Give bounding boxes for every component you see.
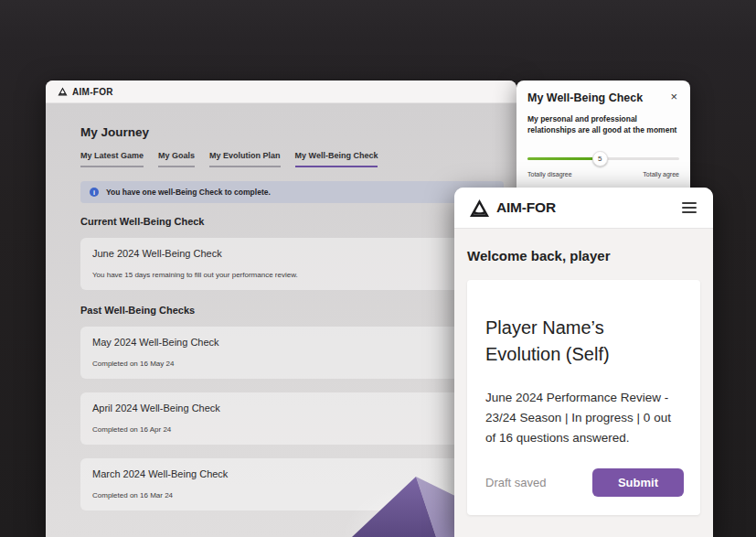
past-check-card-may[interactable]: May 2024 Well-Being Check Completed on 1… [80, 327, 504, 379]
page-title: My Journey [80, 103, 504, 139]
hamburger-menu-icon[interactable] [680, 199, 698, 217]
slider-labels: Totally disagree Totally agree [527, 171, 679, 177]
tab-my-goals[interactable]: My Goals [158, 151, 195, 167]
wellbeing-slider[interactable]: 5 [527, 151, 679, 166]
past-section-heading: Past Well-Being Checks [80, 305, 504, 316]
mobile-content: Welcome back, player Player Name’s Evolu… [454, 248, 713, 515]
slider-fill [527, 157, 601, 160]
submit-button[interactable]: Submit [592, 468, 684, 497]
tab-my-evolution-plan[interactable]: My Evolution Plan [209, 151, 281, 167]
review-footer: Draft saved Submit [485, 468, 684, 497]
slider-thumb[interactable]: 5 [592, 151, 608, 166]
notice-text: You have one well-Being Check to complet… [106, 188, 271, 197]
wellbeing-statement-1: My personal and professional relationshi… [527, 113, 683, 136]
popup-title: My Well-Being Check [527, 91, 643, 104]
current-section-heading: Current Well-Being Check [80, 216, 504, 227]
check-card-title: April 2024 Well-Being Check [92, 403, 492, 413]
check-card-description: You have 15 days remaining to fill out y… [92, 271, 492, 279]
mobile-window: AIM-FOR Welcome back, player Player Name… [454, 188, 713, 537]
desktop-content: My Journey My Latest Game My Goals My Ev… [46, 103, 516, 537]
review-summary: June 2024 Performance Review - 23/24 Sea… [485, 388, 684, 448]
check-card-title: June 2024 Well-Being Check [92, 248, 492, 259]
current-check-card[interactable]: June 2024 Well-Being Check You have 15 d… [80, 238, 504, 290]
draft-status: Draft saved [485, 476, 546, 489]
desktop-header: AIM-FOR [46, 81, 516, 103]
mobile-header: AIM-FOR [454, 188, 713, 229]
tab-my-latest-game[interactable]: My Latest Game [80, 151, 144, 167]
aimfor-logo-icon [58, 87, 68, 96]
check-card-description: Completed on 16 Apr 24 [92, 425, 492, 434]
info-icon: i [90, 188, 99, 197]
welcome-heading: Welcome back, player [467, 248, 700, 263]
evolution-review-card: Player Name’s Evolution (Self) June 2024… [467, 280, 700, 515]
notice-banner: i You have one well-Being Check to compl… [80, 181, 504, 203]
slider-max-label: Totally agree [643, 171, 679, 177]
desktop-window: AIM-FOR My Journey My Latest Game My Goa… [46, 81, 516, 537]
brand-wordmark: AIM-FOR [72, 87, 113, 97]
tab-my-well-being-check[interactable]: My Well-Being Check [295, 151, 378, 167]
review-title: Player Name’s Evolution (Self) [485, 315, 659, 368]
check-card-title: May 2024 Well-Being Check [92, 337, 492, 348]
aimfor-logo-icon [469, 199, 490, 218]
slider-min-label: Totally disagree [527, 171, 572, 177]
close-icon[interactable]: × [668, 91, 679, 102]
journey-tabs: My Latest Game My Goals My Evolution Pla… [80, 151, 504, 167]
brand-wordmark: AIM-FOR [496, 199, 556, 216]
past-check-card-april[interactable]: April 2024 Well-Being Check Completed on… [80, 392, 504, 445]
check-card-description: Completed on 16 May 24 [92, 360, 492, 368]
